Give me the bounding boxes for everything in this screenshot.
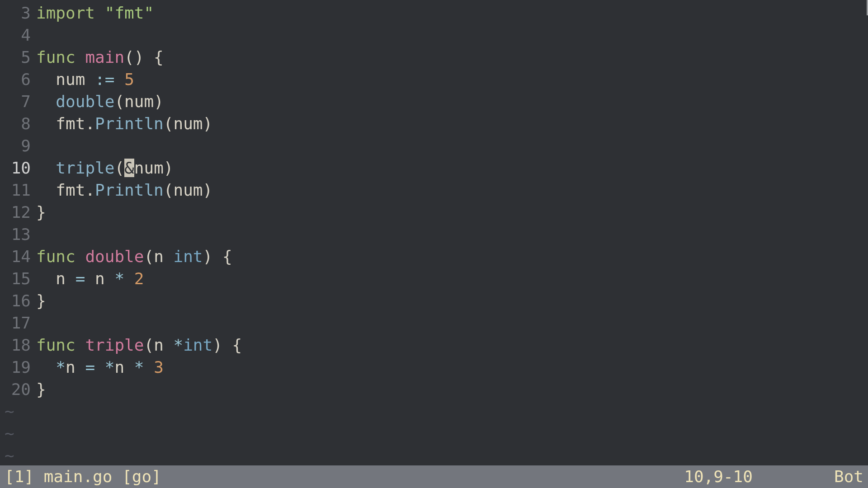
line-number: 15 — [0, 267, 36, 290]
line-number: 3 — [0, 2, 36, 24]
code-content[interactable]: } — [36, 201, 46, 223]
code-editor[interactable]: 3import "fmt"45func main() {6 num := 57 … — [0, 0, 868, 465]
code-line[interactable]: 15 n = n * 2 — [0, 267, 868, 290]
line-number: 10 — [0, 157, 36, 179]
line-number: 17 — [0, 312, 36, 334]
code-content[interactable]: func double(n int) { — [36, 245, 232, 267]
code-content[interactable]: double(num) — [36, 90, 164, 113]
line-number: 7 — [0, 90, 36, 113]
line-number: 12 — [0, 201, 36, 223]
line-number: 8 — [0, 113, 36, 135]
line-number: 4 — [0, 24, 36, 46]
code-line[interactable]: 7 double(num) — [0, 90, 868, 113]
line-number: 14 — [0, 245, 36, 267]
empty-line-tilde: ~ — [0, 445, 868, 467]
code-content[interactable]: import "fmt" — [36, 2, 154, 24]
code-line[interactable]: 6 num := 5 — [0, 68, 868, 90]
line-number: 16 — [0, 290, 36, 312]
line-number: 19 — [0, 356, 36, 378]
code-content[interactable]: num := 5 — [36, 68, 134, 90]
code-content[interactable]: } — [36, 378, 46, 400]
code-line[interactable]: 17 — [0, 312, 868, 334]
code-line[interactable]: 19 *n = *n * 3 — [0, 356, 868, 378]
line-number: 13 — [0, 223, 36, 245]
line-number: 5 — [0, 46, 36, 68]
line-number: 18 — [0, 334, 36, 356]
line-number: 9 — [0, 135, 36, 157]
status-bar: [1] main.go [go] 10,9-10 Bot — [0, 465, 868, 488]
code-line[interactable]: 5func main() { — [0, 46, 868, 68]
code-content[interactable]: *n = *n * 3 — [36, 356, 164, 378]
code-content[interactable]: } — [36, 290, 46, 312]
code-line[interactable]: 4 — [0, 24, 868, 46]
code-line[interactable]: 16} — [0, 290, 868, 312]
code-line[interactable]: 13 — [0, 223, 868, 245]
code-line[interactable]: 18func triple(n *int) { — [0, 334, 868, 356]
status-position: 10,9-10 — [684, 465, 834, 488]
code-line[interactable]: 12} — [0, 201, 868, 223]
code-content[interactable]: fmt.Println(num) — [36, 179, 212, 201]
code-content[interactable]: triple(&num) — [36, 157, 174, 179]
code-line[interactable]: 11 fmt.Println(num) — [0, 179, 868, 201]
code-content[interactable]: func triple(n *int) { — [36, 334, 242, 356]
status-scroll: Bot — [834, 465, 863, 488]
code-line[interactable]: 14func double(n int) { — [0, 245, 868, 267]
status-file: [1] main.go [go] — [5, 465, 161, 488]
code-line[interactable]: 9 — [0, 135, 868, 157]
code-content[interactable]: n = n * 2 — [36, 267, 144, 290]
code-line[interactable]: 8 fmt.Println(num) — [0, 113, 868, 135]
empty-line-tilde: ~ — [0, 422, 868, 445]
line-number: 20 — [0, 378, 36, 400]
code-line[interactable]: 10 triple(&num) — [0, 157, 868, 179]
code-line[interactable]: 3import "fmt" — [0, 2, 868, 24]
line-number: 11 — [0, 179, 36, 201]
line-number: 6 — [0, 68, 36, 90]
code-content[interactable]: fmt.Println(num) — [36, 113, 212, 135]
code-line[interactable]: 20} — [0, 378, 868, 400]
code-content[interactable]: func main() { — [36, 46, 164, 68]
empty-line-tilde: ~ — [0, 400, 868, 422]
